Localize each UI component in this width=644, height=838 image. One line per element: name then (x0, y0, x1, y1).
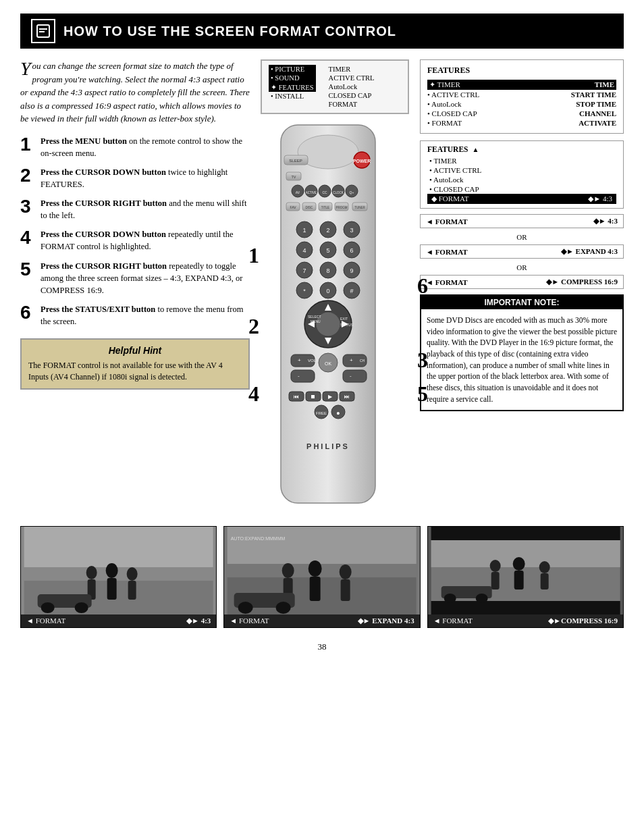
svg-text:OK: OK (325, 361, 331, 366)
left-column: Y ou can change the screen format size t… (20, 59, 250, 513)
svg-text:DISC: DISC (306, 206, 314, 209)
remote-step-1-label: 1 (248, 243, 259, 268)
step-5: 5 Press the CURSOR RIGHT button repeated… (20, 260, 250, 296)
step-1-text: Press the MENU button on the remote cont… (41, 135, 250, 159)
svg-rect-98 (128, 581, 136, 600)
important-note: IMPORTANT NOTE: Some DVD Discs are encod… (420, 294, 624, 411)
svg-text:ACTIVE: ACTIVE (306, 191, 317, 194)
svg-rect-121 (491, 572, 499, 590)
steps-list: 1 Press the MENU button on the remote co… (20, 135, 250, 328)
svg-rect-117 (431, 601, 620, 614)
svg-point-124 (539, 561, 549, 573)
svg-text:4: 4 (302, 247, 306, 254)
menu-format: FORMAT (327, 100, 377, 109)
svg-point-95 (106, 563, 118, 578)
features-menu-1: FEATURES ✦ TIMER TIME • ACTIVE CTRL STAR… (420, 59, 624, 134)
format-or-2: OR (420, 261, 624, 273)
svg-point-113 (276, 602, 291, 614)
svg-rect-110 (341, 579, 350, 601)
middle-column: • PICTURE • SOUND ✦ FEATURES • INSTALL T… (261, 59, 409, 513)
demo-compress-label: ◄ FORMAT ◆►COMPRESS 16:9 (428, 614, 623, 627)
menu-col-right: TIMER ACTIVE CTRL AutoLock CLOSED CAP FO… (327, 65, 377, 109)
important-note-body: Some DVD Discs are encoded with as much … (421, 309, 622, 410)
svg-point-101 (75, 602, 88, 613)
menu-col-left: • PICTURE • SOUND ✦ FEATURES • INSTALL (269, 65, 316, 109)
remote-step-4-label: 4 (248, 382, 259, 407)
svg-text:AV: AV (296, 190, 300, 194)
svg-text:3: 3 (350, 227, 353, 234)
features-menu-2: FEATURES ▲ • TIMER • ACTIVE CTRL • AutoL… (420, 140, 624, 209)
svg-text:+: + (350, 357, 353, 363)
step-2-bold: Press the CURSOR DOWN button (41, 167, 166, 177)
step-3-bold: Press the CURSOR RIGHT button (41, 199, 167, 208)
header-icon (31, 19, 55, 43)
important-note-title: IMPORTANT NOTE: (421, 296, 622, 309)
svg-point-105 (282, 563, 294, 578)
step-3-text: Press the CURSOR RIGHT button and the me… (41, 197, 250, 221)
step-2-number: 2 (20, 166, 34, 185)
svg-rect-108 (310, 577, 321, 601)
demo-normal: ◄ FORMAT ◆► 4:3 (20, 526, 217, 628)
features-format-row: • FORMAT ACTIVATE (427, 118, 616, 128)
svg-text:⏭: ⏭ (344, 394, 350, 400)
step-6-bold: Press the STATUS/EXIT button (41, 305, 155, 314)
svg-rect-68 (291, 370, 315, 382)
step-6: 6 Press the STATUS/EXIT button to remove… (20, 303, 250, 328)
remote-svg: SLEEP POWER TV AV ACTIVE CC CLOCK Q+ (261, 118, 396, 510)
features-timer-row: ✦ TIMER TIME (427, 80, 616, 90)
remote-control: 1 2 4 6 3 5 (261, 118, 409, 513)
svg-text:VOL: VOL (308, 359, 317, 363)
svg-text:CLOCK: CLOCK (333, 191, 344, 194)
svg-point-122 (512, 557, 525, 571)
intro-text: Y ou can change the screen format size t… (20, 59, 250, 126)
menu-item-features: • PICTURE (269, 65, 316, 74)
demo-compress: ◄ FORMAT ◆►COMPRESS 16:9 (427, 526, 624, 628)
step-5-text: Press the CURSOR RIGHT button repeatedly… (41, 260, 250, 296)
demo-normal-image (21, 527, 216, 614)
step-1-bold: Press the MENU button (41, 136, 127, 146)
menu-item-picture: • SOUND (269, 74, 316, 82)
svg-text:CH: CH (360, 359, 365, 363)
demo-expand: AUTO:EXPAND:MMMMM ◄ FORMAT ◆► EXPAND 4:3 (223, 526, 420, 628)
svg-rect-119 (431, 540, 620, 567)
svg-text:PROGM: PROGM (336, 206, 347, 209)
svg-point-100 (41, 602, 55, 613)
svg-rect-91 (24, 527, 213, 567)
svg-text:TV: TV (291, 175, 296, 179)
demo-normal-label: ◄ FORMAT ◆► 4:3 (21, 614, 216, 627)
features-menu-1-title: FEATURES (427, 66, 616, 76)
remote-step-3-label: 3 (417, 348, 428, 373)
fm2-autolock: • AutoLock (427, 175, 616, 184)
step-2: 2 Press the CURSOR DOWN button twice to … (20, 166, 250, 190)
svg-text:5: 5 (326, 247, 329, 254)
onscreen-menu: • PICTURE • SOUND ✦ FEATURES • INSTALL T… (261, 59, 409, 114)
step-6-number: 6 (20, 303, 34, 322)
demo-expand-label: ◄ FORMAT ◆► EXPAND 4:3 (224, 614, 419, 627)
remote-step-6-label: 6 (417, 273, 428, 298)
remote-step-5-label: 5 (417, 382, 428, 407)
step-3: 3 Press the CURSOR RIGHT button and the … (20, 197, 250, 221)
svg-rect-123 (514, 571, 523, 590)
svg-text:STATUS: STATUS (340, 323, 354, 327)
menu-item-install: • INSTALL (269, 92, 316, 101)
svg-text:▶: ▶ (328, 394, 333, 400)
svg-point-97 (127, 567, 138, 581)
svg-text:SLEEP: SLEEP (289, 159, 302, 163)
fm2-active-ctrl: • ACTIVE CTRL (427, 165, 616, 175)
step-5-number: 5 (20, 260, 34, 279)
features-active-ctrl-row: • ACTIVE CTRL START TIME (427, 90, 616, 99)
menu-active-ctrl: ACTIVE CTRL (327, 74, 377, 82)
fm2-closed-cap: • CLOSED CAP (427, 184, 616, 194)
page-header: How to Use the Screen Format Control (20, 14, 624, 49)
bottom-section: ◄ FORMAT ◆► 4:3 AUTO:EXP (20, 526, 624, 628)
fm2-format: ◆ FORMAT ◆► 4:3 (427, 194, 616, 204)
svg-text:#: # (350, 288, 353, 294)
step-1-number: 1 (20, 135, 34, 154)
svg-text:-: - (350, 373, 352, 379)
format-row-2: ◄ FORMAT ◆► EXPAND 4:3 (420, 244, 624, 259)
format-row-1: ◄ FORMAT ◆► 4:3 (420, 214, 624, 228)
svg-text:0: 0 (326, 288, 329, 294)
svg-text:2: 2 (326, 227, 329, 234)
svg-rect-2 (39, 31, 45, 32)
svg-text:+: + (298, 357, 301, 363)
